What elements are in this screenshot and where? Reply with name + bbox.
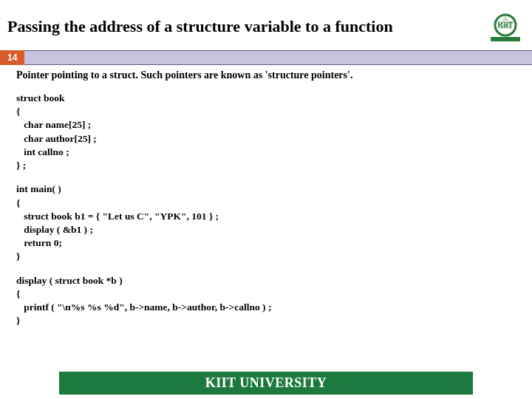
code-struct-def: struct book { char name[25] ; char autho… (16, 92, 516, 172)
footer-banner: KIIT UNIVERSITY (59, 372, 473, 395)
intro-text: Pointer pointing to a struct. Such point… (16, 69, 516, 81)
code-display: display ( struct book *b ) { printf ( "\… (16, 274, 516, 328)
svg-rect-1 (491, 37, 520, 41)
title-bar: Passing the address of a structure varia… (0, 0, 532, 49)
page-number: 14 (0, 50, 24, 65)
code-main: int main( ) { struct book b1 = { "Let us… (16, 183, 516, 263)
kiit-logo: KiiT (486, 10, 525, 43)
logo-text: KiiT (498, 21, 514, 30)
page-number-strip (24, 50, 532, 65)
content-area: Pointer pointing to a struct. Such point… (0, 69, 532, 328)
slide-title: Passing the address of a structure varia… (7, 17, 393, 36)
page-number-bar: 14 (0, 50, 532, 65)
